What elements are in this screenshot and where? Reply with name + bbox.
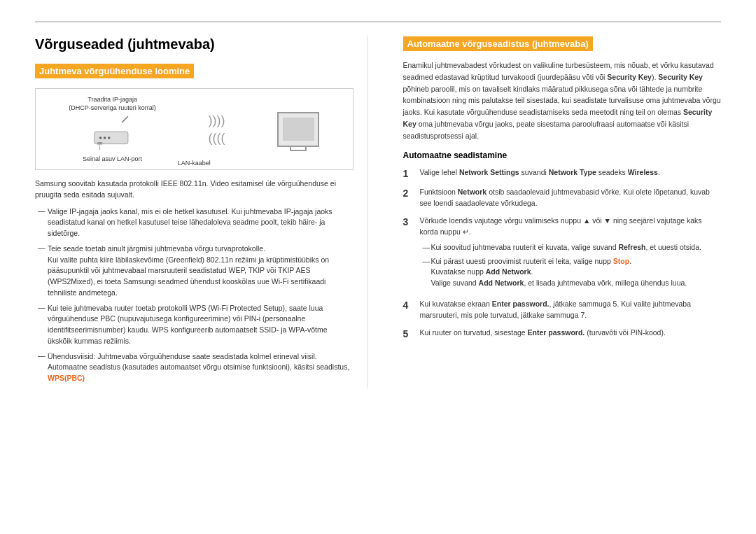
tv-icon xyxy=(277,112,319,147)
svg-point-2 xyxy=(99,136,102,139)
step-text-4: Kui kuvatakse ekraan Enter password., jä… xyxy=(420,299,722,321)
top-rule xyxy=(35,21,721,22)
main-content: Võrguseaded (juhtmevaba) Juhtmeva võrguü… xyxy=(35,36,721,388)
step-2: 2 Funktsioon Network otsib saadaolevaid … xyxy=(403,187,722,209)
steps-list: 1 Valige lehel Network Settings suvandi … xyxy=(403,167,722,341)
step-text-1: Valige lehel Network Settings suvandi Ne… xyxy=(420,167,722,178)
svg-point-4 xyxy=(108,136,111,139)
stop-link: Stop xyxy=(613,257,629,265)
step-num-3: 3 xyxy=(403,216,416,228)
step-4: 4 Kui kuvatakse ekraan Enter password., … xyxy=(403,299,722,321)
tv-section xyxy=(277,112,319,147)
step-3: 3 Võrkude loendis vajutage võrgu valimis… xyxy=(403,216,722,292)
step-1: 1 Valige lehel Network Settings suvandi … xyxy=(403,167,722,180)
router-label-sub: (DHCP-serveriga ruuteri korral) xyxy=(69,104,156,111)
bullet-text-3: Kui teie juhtmevaba ruuter toetab protok… xyxy=(48,303,354,347)
bullet-item-3: — Kui teie juhtmevaba ruuter toetab prot… xyxy=(35,303,354,347)
bullet-item-4: — Ühendusviisid: Juhtmevaba võrguühendus… xyxy=(35,351,354,384)
svg-point-3 xyxy=(103,136,106,139)
right-section-header: Automaatne võrguseadistus (juhtmevaba) xyxy=(403,36,593,51)
left-intro-text: Samsung soovitab kasutada protokolli IEE… xyxy=(35,178,354,201)
add-network-label: Add Network xyxy=(486,267,531,276)
svg-line-0 xyxy=(122,116,128,122)
step-text-5: Kui ruuter on turvatud, sisestage Enter … xyxy=(420,328,722,339)
bullet-text-4: Ühendusviisid: Juhtmevaba võrguühenduse … xyxy=(48,351,354,384)
step-num-2: 2 xyxy=(403,187,416,199)
step-num-4: 4 xyxy=(403,299,416,311)
bullet-text-2: Teie seade toetab ainult järgmisi juhtme… xyxy=(48,244,354,299)
right-intro-text: Enamikul juhtmevabadest võrkudest on val… xyxy=(403,59,722,142)
lan-cable-label: LAN-kaabel xyxy=(178,160,211,167)
step-num-1: 1 xyxy=(403,167,416,180)
step-text-3: Võrkude loendis vajutage võrgu valimisek… xyxy=(420,216,722,292)
left-column: Võrguseaded (juhtmevaba) Juhtmeva võrguü… xyxy=(35,36,368,388)
lan-port-label: Seinal asuv LAN-port xyxy=(83,155,142,162)
dash-2: — xyxy=(38,244,48,299)
dash-4: — xyxy=(38,351,48,384)
step3-sub1: — Kui soovitud juhtmevaba ruuterit ei ku… xyxy=(420,242,722,253)
network-diagram: Traadita IP-jagaja (DHCP-serveriga ruute… xyxy=(35,88,354,170)
dash-3: — xyxy=(38,303,48,347)
bullet-item-1: — Valige IP-jagaja jaoks kanal, mis ei o… xyxy=(35,206,354,239)
subsection-title: Automaatne seadistamine xyxy=(403,150,722,160)
wifi-waves: )))) (((( xyxy=(209,113,225,146)
security-key-2: Security Key xyxy=(658,73,703,81)
right-column: Automaatne võrguseadistus (juhtmevaba) E… xyxy=(396,36,722,388)
step-5: 5 Kui ruuter on turvatud, sisestage Ente… xyxy=(403,328,722,340)
step3-sub2: — Kui pärast uuesti proovimist ruuterit … xyxy=(420,256,722,289)
wps-link[interactable]: WPS(PBC) xyxy=(48,374,85,382)
bullet-text-1: Valige IP-jagaja jaoks kanal, mis ei ole… xyxy=(48,206,354,239)
step-num-5: 5 xyxy=(403,328,416,340)
left-section-header: Juhtmeva võrguühenduse loomine xyxy=(35,64,194,78)
bullet-item-2: — Teie seade toetab ainult järgmisi juht… xyxy=(35,244,354,299)
security-key-1: Security Key xyxy=(607,73,652,81)
router-icon xyxy=(88,115,137,154)
dash-1: — xyxy=(38,206,48,239)
router-section: Traadita IP-jagaja (DHCP-serveriga ruute… xyxy=(69,96,156,162)
router-label-top: Traadita IP-jagaja xyxy=(88,96,137,103)
svg-rect-5 xyxy=(97,142,102,145)
security-key-3: Security Key xyxy=(403,108,713,128)
page-title: Võrguseaded (juhtmevaba) xyxy=(35,36,354,52)
step-text-2: Funktsioon Network otsib saadaolevaid ju… xyxy=(420,187,722,209)
